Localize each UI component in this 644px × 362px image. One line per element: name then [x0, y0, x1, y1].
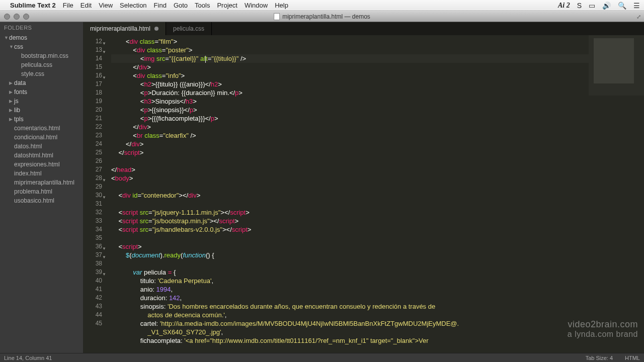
folder-item[interactable]: ▶data — [2, 78, 81, 87]
mac-menubar: Sublime Text 2 File Edit View Selection … — [0, 0, 644, 11]
menu-find[interactable]: Find — [154, 2, 167, 9]
editor: miprimeraplantilla.htmlpelicula.css 12▼1… — [83, 22, 644, 353]
minimap[interactable] — [589, 35, 644, 353]
folder-item[interactable]: ▶fonts — [2, 87, 81, 97]
menu-file[interactable]: File — [63, 2, 73, 9]
menu-project[interactable]: Project — [217, 2, 237, 9]
menu-goto[interactable]: Goto — [174, 2, 188, 9]
folder-item[interactable]: ▼demos — [2, 33, 81, 42]
window-title: miprimeraplantilla.html — demos — [282, 13, 370, 20]
menu-tools[interactable]: Tools — [195, 2, 210, 9]
sidebar-header: FOLDERS — [0, 22, 83, 33]
menu-selection[interactable]: Selection — [120, 2, 146, 9]
menu-list-icon[interactable]: ☰ — [633, 2, 640, 10]
file-item[interactable]: index.html — [2, 169, 81, 178]
file-item[interactable]: miprimeraplantilla.html — [2, 178, 81, 187]
spotlight-icon[interactable]: 🔍 — [618, 2, 626, 10]
status-bar: Line 14, Column 41 Tab Size: 4 HTML — [0, 353, 644, 362]
sidebar: FOLDERS ▼demos▼cssbootstrap.min.csspelic… — [0, 22, 83, 353]
document-icon — [274, 13, 280, 20]
file-item[interactable]: pelicula.css — [2, 60, 81, 69]
folder-item[interactable]: ▶tpls — [2, 115, 81, 124]
gutter: 12▼13▼141516▼171819202122232425262728▼29… — [83, 35, 105, 353]
menu-edit[interactable]: Edit — [80, 2, 92, 9]
volume-icon[interactable]: 🔊 — [602, 2, 611, 10]
folder-item[interactable]: ▶lib — [2, 106, 81, 115]
menu-extra-ai[interactable]: Ai 2 — [558, 2, 570, 10]
file-item[interactable]: style.css — [2, 69, 81, 78]
file-item[interactable]: datos.html — [2, 142, 81, 151]
file-item[interactable]: bootstrap.min.css — [2, 51, 81, 60]
fullscreen-icon[interactable]: ⤢ — [636, 14, 641, 20]
menu-help[interactable]: Help — [275, 2, 288, 9]
file-item[interactable]: usobasico.html — [2, 196, 81, 205]
code-area[interactable]: <div class="film"> <div class="poster"> … — [105, 35, 589, 353]
menu-view[interactable]: View — [99, 2, 113, 9]
window-titlebar: miprimeraplantilla.html — demos ⤢ — [0, 11, 644, 22]
file-item[interactable]: comentarios.html — [2, 124, 81, 133]
tab-bar: miprimeraplantilla.htmlpelicula.css — [83, 22, 644, 35]
minimize-window-button[interactable] — [14, 14, 20, 20]
tab[interactable]: miprimeraplantilla.html — [83, 22, 166, 35]
status-syntax[interactable]: HTML — [625, 355, 640, 361]
status-cursor-position: Line 14, Column 41 — [4, 355, 52, 361]
status-tab-size[interactable]: Tab Size: 4 — [586, 355, 613, 361]
dirty-indicator-icon — [154, 27, 158, 31]
menu-window[interactable]: Window — [245, 2, 268, 9]
menu-extra-s[interactable]: S — [577, 2, 582, 10]
folder-item[interactable]: ▼css — [2, 42, 81, 51]
file-item[interactable]: condicional.html — [2, 133, 81, 142]
close-window-button[interactable] — [4, 14, 10, 20]
folder-item[interactable]: ▶js — [2, 97, 81, 106]
tab[interactable]: pelicula.css — [166, 22, 212, 35]
app-name[interactable]: Sublime Text 2 — [10, 2, 56, 9]
file-item[interactable]: problema.html — [2, 187, 81, 196]
file-item[interactable]: expresiones.html — [2, 160, 81, 169]
zoom-window-button[interactable] — [23, 14, 29, 20]
battery-icon[interactable]: ▭ — [589, 2, 595, 10]
file-item[interactable]: datoshtml.html — [2, 151, 81, 160]
